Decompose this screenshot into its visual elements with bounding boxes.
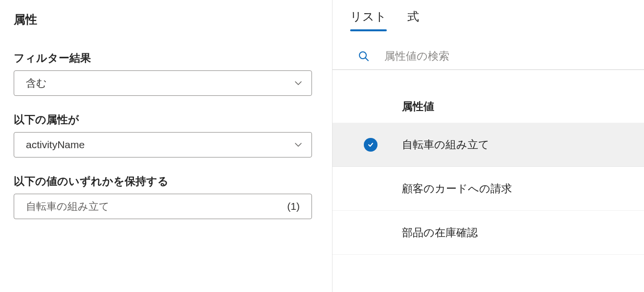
- list-item[interactable]: 部品の在庫確認: [333, 211, 644, 255]
- tabs: リスト 式: [333, 9, 644, 30]
- filter-result-group: フィルター結果 含む: [14, 51, 318, 96]
- filter-result-value: 含む: [26, 76, 47, 90]
- attribute-value-header: 属性値: [333, 99, 644, 123]
- list-item[interactable]: 顧客のカードへの請求: [333, 167, 644, 211]
- filter-result-label: フィルター結果: [14, 51, 318, 66]
- holds-value-box[interactable]: 自転車の組み立て (1): [14, 194, 312, 219]
- attribute-dropdown[interactable]: activityName: [14, 132, 312, 157]
- holds-count: (1): [287, 201, 300, 212]
- search-row: [333, 50, 644, 70]
- search-input[interactable]: [384, 50, 644, 63]
- tab-list[interactable]: リスト: [350, 9, 387, 30]
- check-icon: [364, 138, 378, 152]
- holds-value: 自転車の組み立て: [26, 200, 110, 213]
- holds-group: 以下の値のいずれかを保持する 自転車の組み立て (1): [14, 174, 318, 219]
- left-panel: 属性 フィルター結果 含む 以下の属性が activityName 以下の値のい…: [0, 0, 333, 292]
- filter-result-dropdown[interactable]: 含む: [14, 70, 312, 96]
- svg-line-1: [365, 58, 368, 61]
- holds-label: 以下の値のいずれかを保持する: [14, 174, 318, 189]
- attributes-title: 属性: [14, 12, 318, 27]
- list-item-label: 部品の在庫確認: [402, 225, 478, 240]
- attribute-group: 以下の属性が activityName: [14, 112, 318, 157]
- chevron-down-icon: [294, 79, 303, 88]
- attribute-value-list: 自転車の組み立て 顧客のカードへの請求 部品の在庫確認: [333, 123, 644, 255]
- list-item-label: 自転車の組み立て: [402, 137, 489, 152]
- search-icon: [358, 50, 370, 62]
- chevron-down-icon: [294, 140, 303, 149]
- right-panel: リスト 式 属性値 自転車の組み立て 顧客のカードへの請求 部品の在庫確認: [333, 0, 644, 292]
- list-item[interactable]: 自転車の組み立て: [333, 123, 644, 167]
- tab-expression[interactable]: 式: [407, 9, 419, 30]
- list-item-label: 顧客のカードへの請求: [402, 181, 512, 196]
- attribute-value: activityName: [26, 139, 85, 151]
- attribute-label: 以下の属性が: [14, 112, 318, 127]
